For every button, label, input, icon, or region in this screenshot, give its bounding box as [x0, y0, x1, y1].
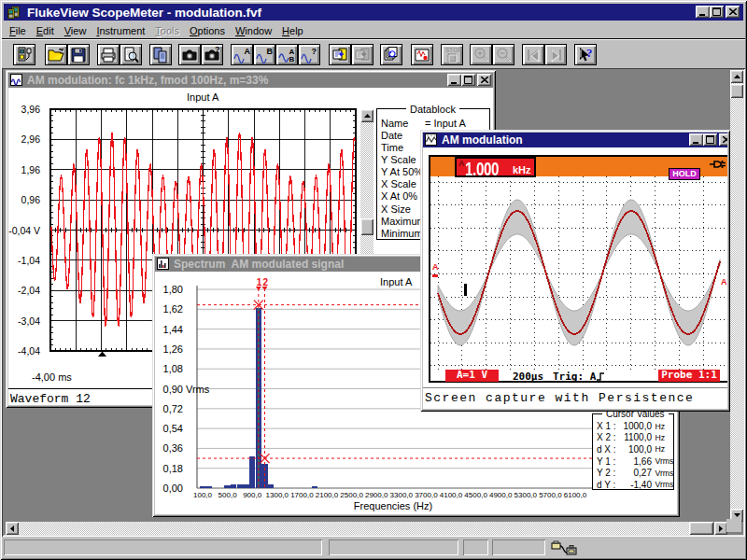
mdi-hscroll-track[interactable] [19, 522, 689, 535]
copy-button[interactable] [149, 44, 172, 65]
waveform-y-label: 2,96 [8, 133, 40, 145]
close-button[interactable] [726, 6, 740, 18]
cursor-row-unit: Vrms [655, 469, 674, 478]
next-screen-icon [546, 46, 565, 64]
mdi-hscroll-thumb[interactable] [689, 522, 713, 535]
spectrum-y-label: 1,08 [157, 363, 183, 374]
maximize-button[interactable] [710, 6, 724, 18]
arrow-down-icon [734, 513, 740, 517]
status-panel-message [4, 539, 322, 555]
open-file-button[interactable] [45, 44, 67, 65]
spectrum-window-icon [157, 258, 170, 271]
waveform-ab-icon: AB [277, 46, 296, 64]
print-preview-button[interactable] [120, 44, 142, 65]
waveform-options-icon: ? [300, 46, 318, 64]
scope-reading-unit: kHz [513, 164, 531, 175]
print-button[interactable] [97, 44, 120, 65]
record-button[interactable] [411, 44, 433, 65]
datablock-row-label: Y Scale [381, 154, 416, 165]
next-screen-button [544, 44, 567, 65]
spectrum-y-label: 0,00 [157, 483, 183, 494]
cursor-row-label: Y 1 : [597, 456, 615, 467]
spectrum-y-label: 0,36 [157, 442, 183, 454]
scope-window-titlebar[interactable]: AM modulation [423, 133, 727, 147]
waveform-close-button[interactable] [477, 74, 491, 86]
context-help-button[interactable]: ? [574, 44, 597, 65]
menu-help[interactable]: Help [282, 25, 303, 36]
minimize-button[interactable] [696, 6, 710, 18]
waveform-options-button[interactable]: ? [298, 44, 320, 65]
svg-text:?: ? [312, 47, 317, 56]
toolbar: ?ABAB?STOP? [2, 38, 745, 68]
waveform-b-button[interactable]: B [253, 44, 275, 65]
status-panel-2 [329, 539, 458, 555]
mdi-scroll-up-button[interactable] [730, 70, 743, 83]
waveform-a-button[interactable]: A [231, 44, 253, 65]
screen-capture-button[interactable] [178, 44, 201, 65]
waveform-y-label: 1,96 [8, 164, 40, 175]
screen-capture-options-button[interactable]: ? [201, 44, 223, 65]
spectrum-y-label: 1,44 [157, 324, 183, 335]
waveform-minimize-button[interactable] [447, 74, 461, 86]
scope-maximize-button[interactable] [703, 133, 717, 146]
maximize-icon [464, 76, 472, 84]
maximize-icon [712, 7, 721, 16]
scope-window-title: AM modulation [442, 133, 523, 147]
svg-text:?: ? [215, 46, 220, 54]
waveform-status-text: Waveform 12 [10, 392, 91, 405]
waveform-maximize-button[interactable] [461, 74, 475, 86]
zoom-in-button [470, 44, 492, 65]
prev-screen-button [522, 44, 544, 65]
scroll-thumb[interactable] [360, 218, 374, 235]
mnemonic-underline: E [36, 25, 43, 36]
context-help-icon: ? [576, 46, 595, 64]
datablock-row-label: X Size [381, 203, 411, 215]
waveform-ab-button[interactable]: AB [275, 44, 298, 65]
mdi-vscroll-thumb[interactable] [730, 84, 743, 98]
waveform-y-label: -4,04 [8, 345, 40, 357]
svg-text:STOP: STOP [445, 47, 461, 53]
menu-view[interactable]: View [64, 25, 87, 36]
maximize-icon [706, 135, 714, 144]
cursor-row-label: Y 2 : [597, 468, 615, 478]
copy-icon [151, 46, 170, 64]
svg-text:B: B [289, 55, 295, 63]
title-bar: FlukeView ScopeMeter - modulation.fvf [4, 4, 743, 21]
mnemonic-underline: O [190, 25, 198, 36]
trigger-edge-icon [597, 371, 605, 381]
prev-screen-icon [524, 46, 543, 64]
send-to-instrument-button[interactable] [329, 44, 351, 65]
scroll-up-button[interactable] [360, 109, 374, 122]
scope-minimize-button[interactable] [689, 133, 703, 146]
waveform-x-label: -4,00 ms [32, 371, 72, 383]
minimize-icon [451, 76, 458, 84]
scope-close-button[interactable] [719, 133, 727, 146]
mdi-scroll-right-button[interactable] [714, 522, 727, 535]
mdi-vscroll-track[interactable] [730, 83, 743, 509]
marker-letter: A [432, 262, 439, 272]
menu-options[interactable]: Options [190, 25, 225, 36]
spectrum-y-unit: Vrms [186, 384, 209, 395]
cursor-row-value: 1000,0 [615, 421, 652, 431]
arrow-right-icon [719, 525, 723, 532]
menu-window[interactable]: Window [235, 25, 272, 36]
mnemonic-underline: F [9, 25, 16, 36]
status-bar [2, 538, 745, 558]
menu-file[interactable]: File [9, 25, 26, 36]
print-icon [99, 46, 118, 64]
mnemonic-underline: H [282, 25, 289, 36]
menu-instrument[interactable]: Instrument [96, 25, 145, 36]
connect-instrument-button[interactable] [13, 44, 35, 65]
replay-all-button[interactable] [380, 44, 402, 65]
datablock-row-label: Name [381, 118, 408, 129]
menu-edit[interactable]: Edit [36, 25, 54, 36]
waveform-window-titlebar[interactable]: AM modulation: fc 1kHz, fmod 100Hz, m=33… [8, 73, 493, 88]
menu-bar: FileEditViewInstrumentToolsOptionsWindow… [4, 21, 743, 39]
scope-left-channel-marker: A [432, 263, 439, 278]
zoom-out-icon [494, 46, 513, 64]
mdi-scroll-left-button[interactable] [6, 522, 19, 535]
caption-divider [423, 387, 727, 388]
scope-right-channel-marker: A [721, 278, 727, 286]
save-file-button[interactable] [67, 44, 90, 65]
stop-button: STOP [441, 44, 463, 65]
